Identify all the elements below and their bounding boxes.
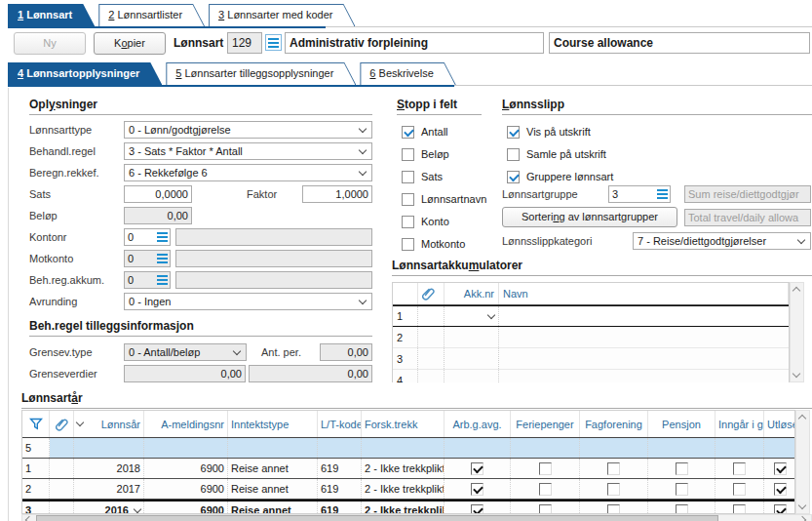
forsk-trekk-header[interactable]: Forsk.trekk — [362, 411, 445, 437]
belop-checkbox[interactable] — [402, 148, 414, 161]
filter-icon[interactable] — [22, 411, 50, 437]
grid-lookup-icon[interactable] — [157, 254, 168, 263]
amelding-header[interactable]: A-meldingsnr — [144, 411, 228, 437]
behandl-regel-label: Behandl.regel — [29, 145, 124, 157]
pensjon-header[interactable]: Pensjon — [648, 411, 715, 437]
lonnsartar-row[interactable]: 2 2017 6900 Reise annet 619 2 - Ikke tre… — [22, 479, 794, 500]
pensjon-checkbox[interactable] — [676, 462, 688, 475]
akkumulator-row[interactable]: 1 — [393, 305, 789, 327]
pensjon-checkbox[interactable] — [676, 504, 688, 515]
chevron-down-icon[interactable] — [76, 419, 84, 426]
chevron-down-icon[interactable] — [134, 504, 141, 512]
akkumulator-row[interactable]: 3 — [393, 348, 789, 370]
inngar-checkbox[interactable] — [733, 462, 746, 475]
arb-g-avg-checkbox[interactable] — [471, 462, 483, 475]
fagforening-checkbox[interactable] — [607, 483, 620, 496]
beregn-rekkef-select[interactable]: 6 - Rekkefølge 6 — [124, 164, 372, 181]
scrollbar-thumb[interactable] — [36, 515, 718, 521]
scroll-right-icon[interactable] — [798, 516, 806, 521]
grenseverdi-1-input[interactable]: 0,00 — [124, 365, 246, 382]
lonnsart-name-en-field[interactable]: Course allowance — [549, 32, 810, 54]
konto-label: Konto — [421, 216, 449, 227]
fagforening-header[interactable]: Fagforening — [580, 411, 648, 437]
beh-reg-akkum-input[interactable]: 0 — [124, 271, 171, 289]
scroll-up-icon[interactable] — [798, 415, 806, 422]
copy-button[interactable]: Kopier — [94, 32, 166, 55]
sats-checkbox[interactable] — [402, 171, 414, 183]
akknr-header[interactable]: Akk.nr — [445, 283, 499, 304]
utlose-header[interactable]: Utløse — [764, 411, 795, 437]
lonnsartnavn-checkbox[interactable] — [402, 193, 414, 206]
beregn-rekkef-label: Beregn.rekkef. — [29, 167, 124, 179]
arb-g-avg-header[interactable]: Arb.g.avg. — [445, 411, 511, 437]
grid-lookup-icon[interactable] — [157, 275, 168, 285]
pensjon-checkbox[interactable] — [676, 483, 688, 496]
grid-lookup-icon[interactable] — [157, 232, 168, 242]
fagforening-checkbox[interactable] — [607, 462, 620, 475]
akkumulator-row[interactable]: 4 — [393, 370, 789, 382]
kontonr-input[interactable]: 0 — [124, 228, 171, 246]
tab-tilleggsopplysninger[interactable]: 5 Lønnsarter tilleggsopplysninger — [166, 62, 342, 85]
utlose-checkbox[interactable] — [774, 483, 787, 496]
grid-lookup-icon[interactable] — [657, 189, 668, 199]
lonnsartar-vscrollbar[interactable] — [795, 410, 810, 514]
gruppere-lonnsart-checkbox[interactable] — [507, 171, 520, 183]
inngar-checkbox[interactable] — [733, 504, 746, 515]
lonnsartar-row-selected[interactable]: 3 2016 6900 Reise annet 619 2 - Ikke tre… — [22, 500, 794, 514]
antall-checkbox[interactable] — [402, 126, 414, 139]
utlose-checkbox[interactable] — [774, 462, 787, 475]
sortering-button[interactable]: Sortering av lønnsartgrupper — [502, 207, 677, 227]
ant-per-input[interactable]: 0,00 — [320, 343, 372, 361]
inngar-checkbox[interactable] — [733, 483, 746, 496]
navn-header[interactable]: Navn — [499, 283, 789, 304]
chevron-down-icon[interactable] — [487, 310, 495, 318]
grensev-type-select[interactable]: 0 - Antall/beløp — [124, 343, 247, 361]
lonnsslippkategori-select[interactable]: 7 - Reise/diettgodtgjørelser — [633, 232, 811, 250]
feriepenger-checkbox[interactable] — [539, 504, 552, 515]
tab-beskrivelse[interactable]: 6 Beskrivelse — [360, 62, 442, 85]
lonnsartgruppe-input[interactable]: 3 — [608, 185, 671, 203]
arb-g-avg-checkbox[interactable] — [471, 483, 483, 496]
avrunding-select[interactable]: 0 - Ingen — [124, 293, 372, 310]
lonnsart-code-field[interactable]: 129 — [227, 32, 262, 54]
feriepenger-checkbox[interactable] — [539, 483, 552, 496]
belop-input[interactable]: 0,00 — [124, 207, 192, 224]
scroll-up-icon[interactable] — [793, 287, 800, 295]
vis-pa-utskrift-checkbox[interactable] — [507, 126, 520, 139]
lonnsartar-new-row[interactable]: 5 — [22, 438, 794, 459]
lonnsartar-row[interactable]: 1 2018 6900 Reise annet 619 2 - Ikke tre… — [22, 459, 794, 479]
scroll-down-icon[interactable] — [798, 501, 806, 509]
inngar-header[interactable]: Inngår i gr — [715, 411, 764, 437]
sats-input[interactable]: 0,0000 — [124, 185, 192, 203]
lonnsarttype-select[interactable]: 0 - Lønn/godtgjørelse — [124, 121, 372, 139]
samle-pa-utskrift-checkbox[interactable] — [507, 148, 520, 161]
akkumulatorer-scrollbar[interactable] — [790, 282, 804, 382]
lonnsartar-hscrollbar[interactable] — [21, 514, 812, 521]
paperclip-icon — [418, 283, 445, 304]
tab-lonnsartopplysninger[interactable]: 4 Lønnsartopplysninger — [8, 62, 148, 85]
lonnsart-lookup-button[interactable] — [265, 34, 282, 51]
konto-checkbox[interactable] — [402, 216, 414, 228]
tab-lonnsarter-med-koder[interactable]: 3 Lønnsarter med koder — [209, 4, 341, 26]
faktor-input[interactable]: 1,0000 — [302, 185, 372, 203]
tab-lonnsartlister[interactable]: 2 Lønnsartlister — [98, 4, 191, 26]
motkonto-checkbox[interactable] — [402, 238, 414, 251]
arb-g-avg-checkbox[interactable] — [471, 504, 483, 515]
akkumulator-row[interactable]: 2 — [393, 327, 789, 348]
tab-lonnsart[interactable]: 1 Lønnsart — [8, 4, 81, 26]
lonnsart-name-field[interactable]: Administrativ forpleining — [285, 32, 544, 54]
new-button[interactable]: Ny — [14, 32, 86, 55]
feriepenger-checkbox[interactable] — [539, 462, 552, 475]
inntektstype-header[interactable]: Inntektstype — [228, 411, 318, 437]
lonnsartar-heading: Lønnsartår — [21, 391, 812, 409]
motkonto-input[interactable]: 0 — [124, 250, 171, 267]
scroll-down-icon[interactable] — [793, 370, 800, 378]
behandl-regel-select[interactable]: 3 - Sats * Faktor * Antall — [124, 142, 372, 160]
utlose-checkbox[interactable] — [774, 504, 787, 515]
feriepenger-header[interactable]: Feriepenger — [511, 411, 580, 437]
lt-kode-header[interactable]: L/T-kode — [318, 411, 362, 437]
scroll-left-icon[interactable] — [25, 516, 33, 521]
grenseverdi-2-input[interactable]: 0,00 — [249, 365, 372, 382]
fagforening-checkbox[interactable] — [607, 504, 620, 515]
lonnsar-header[interactable]: Lønnsår — [74, 411, 144, 437]
